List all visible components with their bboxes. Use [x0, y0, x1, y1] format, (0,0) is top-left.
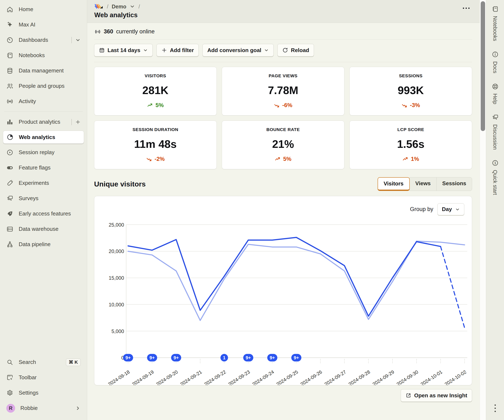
- add-conversion-goal-button[interactable]: Add conversion goal: [203, 44, 274, 56]
- metric-card-page-views[interactable]: PAGE VIEWS 7.78M -6%: [222, 67, 344, 115]
- rail-item-help[interactable]: Help: [492, 83, 499, 104]
- sidebar-item-label: Robbie: [20, 405, 38, 411]
- tab-visitors[interactable]: Visitors: [378, 177, 410, 191]
- trend-up-icon: [147, 102, 153, 108]
- sidebar-item-label: Settings: [19, 390, 38, 396]
- chevron-right-icon[interactable]: [75, 406, 81, 411]
- open-as-new-insight-button[interactable]: Open as new Insight: [401, 389, 472, 402]
- breadcrumb-project[interactable]: Demo: [112, 4, 126, 10]
- sidebar-product-nav: Product analyticsWeb analyticsSession re…: [3, 114, 84, 252]
- rail-item-notebooks[interactable]: Notebooks: [492, 6, 499, 41]
- sidebar-item-feature-flags[interactable]: Feature flags: [3, 160, 84, 175]
- section-header: Unique visitors VisitorsViewsSessions: [94, 177, 472, 191]
- rocket-icon: [6, 210, 13, 217]
- rail-item-label: Docs: [492, 61, 498, 73]
- sidebar-item-search[interactable]: Search⌘ K: [3, 354, 84, 370]
- tab-views[interactable]: Views: [409, 177, 437, 191]
- more-options-icon[interactable]: [462, 6, 471, 10]
- rail-item-discussion[interactable]: Discussion: [492, 114, 499, 150]
- sidebar-item-data-warehouse[interactable]: Data warehouse: [3, 221, 84, 237]
- sidebar-item-settings[interactable]: Settings: [3, 385, 84, 401]
- tab-sessions[interactable]: Sessions: [436, 177, 472, 191]
- life-ring-icon: [492, 83, 499, 90]
- svg-text:15,000: 15,000: [109, 275, 124, 281]
- sidebar-item-early-access-features[interactable]: Early access features: [3, 206, 84, 221]
- sidebar-item-home[interactable]: Home: [3, 2, 84, 17]
- sparkle-icon: [6, 21, 13, 28]
- chevron-down-icon[interactable]: [130, 4, 135, 9]
- sidebar-item-label: Home: [19, 6, 33, 12]
- sidebar-item-product-analytics[interactable]: Product analytics: [3, 114, 84, 130]
- sidebar-item-notebooks[interactable]: Notebooks: [3, 48, 84, 63]
- sidebar-item-robbie[interactable]: RRobbie: [3, 401, 84, 416]
- sidebar-item-activity[interactable]: Activity: [3, 94, 84, 109]
- metric-label: VISITORS: [145, 73, 166, 78]
- sidebar-item-web-analytics[interactable]: Web analytics: [3, 131, 84, 144]
- plus-icon[interactable]: [75, 119, 81, 125]
- rail-item-label: Help: [492, 93, 498, 104]
- sidebar-item-experiments[interactable]: Experiments: [3, 175, 84, 191]
- unique-visitors-chart-card: Group by Day 05,00010,00015,00020,00025,…: [94, 196, 472, 385]
- chart-footer: Open as new Insight: [94, 389, 472, 402]
- filter-toolbar: Last 14 days Add filter Add conversion g…: [94, 39, 472, 62]
- sidebar-item-max-ai[interactable]: Max AI: [3, 17, 84, 32]
- sidebar-item-label: Experiments: [19, 180, 49, 186]
- rail-item-docs[interactable]: Docs: [492, 51, 499, 73]
- sidebar-item-label: Surveys: [19, 195, 38, 202]
- sidebar-item-label: Data management: [19, 67, 64, 74]
- breadcrumb: / Demo /: [94, 3, 471, 10]
- svg-text:2024-09-27: 2024-09-27: [324, 369, 347, 385]
- metric-card-sessions[interactable]: SESSIONS 993K -3%: [349, 67, 472, 115]
- page-header: / Demo / Web analytics: [87, 0, 480, 23]
- sidebar-bottom-nav: Search⌘ KToolbarSettingsRRobbie: [3, 354, 84, 416]
- svg-text:9+: 9+: [174, 355, 179, 360]
- section-title: Unique visitors: [94, 180, 146, 188]
- date-range-button[interactable]: Last 14 days: [94, 44, 153, 56]
- line-chart[interactable]: 05,00010,00015,00020,00025,0002024-09-18…: [94, 196, 472, 385]
- metric-trend: 5%: [147, 102, 164, 108]
- svg-text:2024-10-02: 2024-10-02: [444, 369, 467, 385]
- group-by-dropdown[interactable]: Day: [438, 203, 464, 215]
- sidebar-item-surveys[interactable]: Surveys: [3, 191, 84, 206]
- online-suffix: currently online: [116, 28, 155, 35]
- svg-text:2024-09-21: 2024-09-21: [179, 369, 203, 385]
- svg-text:10,000: 10,000: [109, 302, 124, 307]
- sidebar-item-session-replay[interactable]: Session replay: [3, 145, 84, 160]
- scrollbar-track[interactable]: [480, 0, 486, 420]
- add-filter-button[interactable]: Add filter: [156, 44, 199, 56]
- sidebar-item-people-and-groups[interactable]: People and groups: [3, 78, 84, 94]
- reload-button[interactable]: Reload: [277, 44, 314, 56]
- toggle-icon: [6, 164, 13, 171]
- broadcast-icon: [6, 98, 13, 105]
- sidebar-item-label: Activity: [19, 98, 36, 105]
- sidebar-item-data-pipeline[interactable]: Data pipeline: [3, 237, 84, 252]
- metric-label: LCP SCORE: [397, 127, 424, 132]
- metric-card-lcp-score[interactable]: LCP SCORE 1.56s 1%: [349, 120, 472, 169]
- group-by-control: Group by Day: [410, 203, 464, 215]
- rail-more-options-icon[interactable]: [495, 404, 496, 412]
- add-conversion-goal-label: Add conversion goal: [207, 47, 261, 54]
- svg-text:2024-09-22: 2024-09-22: [203, 369, 227, 385]
- metric-label: SESSIONS: [399, 73, 422, 78]
- metric-trend: 1%: [402, 156, 419, 162]
- sidebar-item-toolbar[interactable]: Toolbar: [3, 370, 84, 385]
- scrollbar-thumb[interactable]: [481, 1, 485, 131]
- sidebar-item-dashboards[interactable]: Dashboards: [3, 32, 84, 48]
- metric-card-bounce-rate[interactable]: BOUNCE RATE 21% 5%: [222, 120, 344, 169]
- rail-item-quick-start[interactable]: 1Quick start: [492, 159, 499, 195]
- calendar-icon: [99, 47, 105, 53]
- reload-label: Reload: [291, 47, 309, 54]
- survey-chat-icon: [6, 195, 13, 202]
- gauge-icon: [6, 36, 13, 44]
- posthog-logo-icon[interactable]: [94, 3, 103, 10]
- svg-text:2024-09-23: 2024-09-23: [227, 369, 251, 385]
- breadcrumb-separator: /: [107, 4, 108, 10]
- chevron-down-icon[interactable]: [75, 37, 81, 43]
- metric-card-session-duration[interactable]: SESSION DURATION 11m 48s -2%: [94, 120, 217, 169]
- divider: [72, 119, 72, 125]
- metric-label: SESSION DURATION: [132, 127, 178, 132]
- group-by-value: Day: [442, 206, 452, 213]
- one-circle-icon: 1: [492, 159, 499, 167]
- metric-card-visitors[interactable]: VISITORS 281K 5%: [94, 67, 217, 115]
- sidebar-item-data-management[interactable]: Data management: [3, 63, 84, 78]
